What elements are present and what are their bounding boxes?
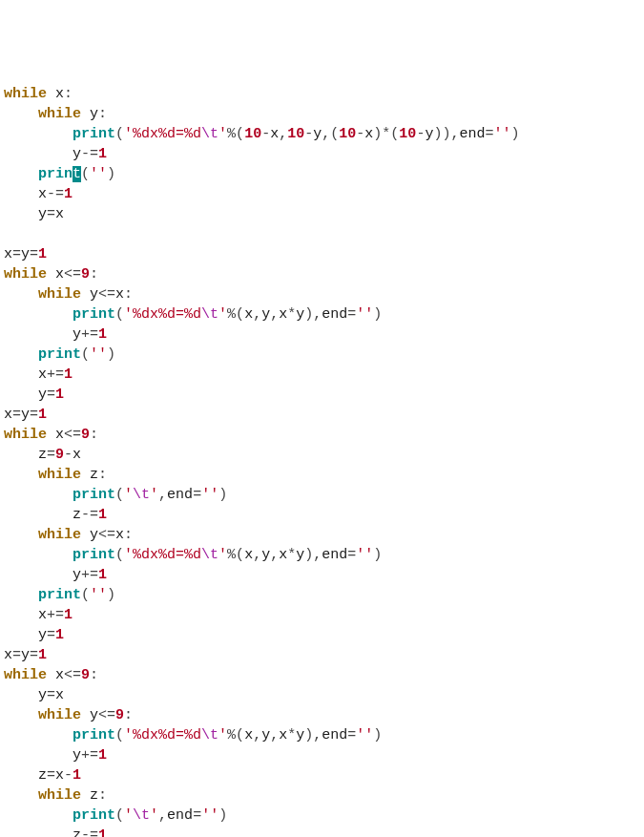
code-line: print('%dx%d=%d\t'%(x,y,x*y),end='') (4, 304, 640, 324)
token-op: += (47, 366, 64, 383)
token-id: y (4, 206, 47, 222)
token-esc: \t (201, 727, 218, 743)
code-line (4, 224, 640, 244)
code-line: y=x (4, 685, 640, 705)
token-id: y (81, 286, 98, 303)
token-str: ' (124, 487, 133, 503)
token-op: = (347, 727, 356, 743)
token-kw: while (38, 707, 81, 723)
code-editor[interactable]: while x: while y: print('%dx%d=%d\t'%(10… (4, 84, 640, 837)
token-num: 10 (287, 126, 304, 142)
token-op: % (227, 727, 236, 743)
token-op: = (47, 687, 55, 703)
token-id: y (313, 126, 322, 142)
token-num: 1 (55, 627, 64, 643)
token-op: = (47, 387, 55, 403)
token-str: '' (201, 487, 218, 503)
token-op: - (356, 126, 364, 142)
token-paren: ) (304, 727, 313, 743)
token-op: % (227, 547, 236, 563)
token-num: 9 (81, 427, 90, 443)
token-str: '%dx%d=%d (124, 727, 201, 743)
token-id: y (4, 567, 81, 583)
token-paren: ) (373, 306, 382, 323)
token-kw: while (4, 266, 47, 282)
token-op: <= (64, 266, 81, 282)
token-num: 1 (98, 146, 107, 162)
token-id: z (4, 447, 47, 463)
token-str: ' (124, 807, 133, 824)
token-str: ' (150, 807, 158, 824)
token-kw: while (4, 86, 47, 102)
token-paren: ) (218, 487, 227, 503)
token-paren: ) (218, 807, 227, 824)
token-num: 1 (55, 387, 64, 403)
token-str: ' (218, 306, 227, 323)
token-paren: ( (115, 547, 124, 563)
token-num: 1 (38, 246, 47, 262)
code-line: while x<=9: (4, 264, 640, 284)
token-id: y (81, 527, 98, 543)
token-op: , (313, 727, 322, 743)
code-line: print('') (4, 164, 640, 184)
token-id: end (322, 306, 347, 323)
token-id (4, 487, 73, 503)
token-op: : (90, 427, 98, 443)
code-line: y=x (4, 204, 640, 224)
token-num: 1 (38, 407, 47, 423)
token-id: y (4, 146, 81, 162)
token-id: x (244, 727, 253, 743)
token-paren: ( (115, 306, 124, 323)
token-id: x (47, 86, 64, 102)
token-paren: ) (373, 727, 382, 743)
token-fn: print (73, 487, 115, 503)
token-op: : (90, 266, 98, 282)
token-paren: ( (236, 306, 244, 323)
token-num: 1 (98, 326, 107, 343)
token-op: : (98, 467, 107, 483)
code-line: z-=1 (4, 505, 640, 525)
token-id: x (73, 447, 81, 463)
token-num: 1 (64, 366, 73, 383)
token-paren: ( (236, 547, 244, 563)
token-id: y (81, 106, 98, 122)
code-line: y+=1 (4, 745, 640, 765)
token-op: -= (81, 827, 98, 837)
token-id: y (4, 747, 81, 764)
token-id: z (81, 787, 98, 804)
token-id: z (4, 767, 47, 784)
token-num: 9 (115, 707, 124, 723)
token-op: = (47, 447, 55, 463)
token-op: , (158, 487, 167, 503)
token-fn: print (73, 727, 115, 743)
token-paren: ( (390, 126, 399, 142)
token-fn: print (73, 126, 115, 142)
token-str: ' (218, 727, 227, 743)
token-op: = (12, 647, 21, 663)
token-esc: \t (201, 126, 218, 142)
token-num: 1 (98, 567, 107, 583)
token-op: * (287, 547, 296, 563)
token-id: y (261, 306, 270, 323)
code-line: while z: (4, 465, 640, 485)
token-kw: while (4, 667, 47, 683)
token-op: : (124, 286, 133, 303)
token-paren: ( (115, 126, 124, 142)
token-id (4, 106, 38, 122)
code-line: y-=1 (4, 144, 640, 164)
token-fn: print (73, 807, 115, 824)
token-op: = (30, 647, 38, 663)
token-fn: print (38, 587, 81, 603)
token-num: 9 (81, 266, 90, 282)
token-op: : (98, 787, 107, 804)
token-id: y (296, 306, 304, 323)
token-paren: ( (236, 727, 244, 743)
token-id: y (296, 547, 304, 563)
token-op: : (124, 527, 133, 543)
token-op: <= (98, 707, 115, 723)
token-id: y (4, 387, 47, 403)
token-fn: print (38, 346, 81, 363)
token-op: , (270, 306, 279, 323)
token-op: += (47, 607, 64, 623)
token-str: ' (218, 126, 227, 142)
